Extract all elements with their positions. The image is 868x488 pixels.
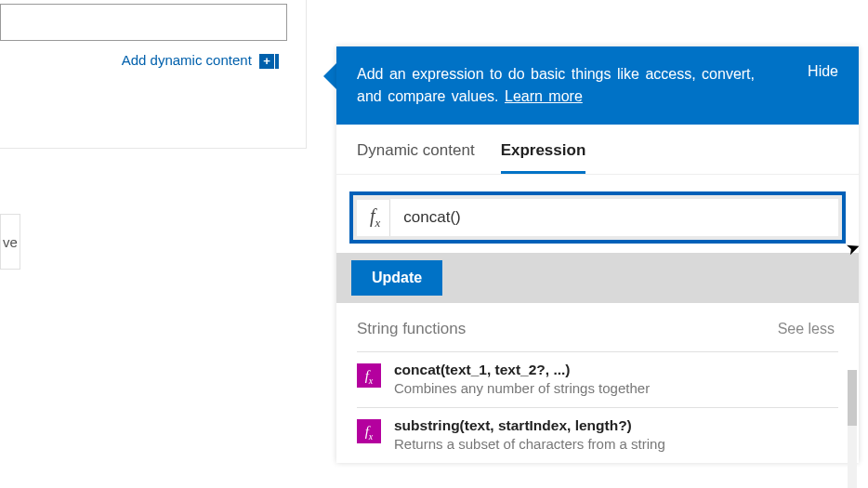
expression-input-row: fx	[349, 191, 846, 244]
left-text-input[interactable]	[0, 4, 287, 41]
tab-bar: Dynamic content Expression	[336, 125, 859, 175]
add-dynamic-content-link[interactable]: Add dynamic content +	[0, 52, 279, 69]
function-section-header: String functions See less	[336, 303, 859, 351]
hide-button[interactable]: Hide	[808, 63, 838, 80]
update-button[interactable]: Update	[351, 260, 442, 296]
function-section-title: String functions	[357, 320, 466, 338]
popup-header: Add an expression to do basic things lik…	[336, 46, 859, 125]
function-item-substring[interactable]: fx substring(text, startIndex, length?) …	[357, 407, 838, 463]
fx-badge-icon: fx	[357, 363, 381, 388]
expression-input[interactable]	[390, 199, 838, 236]
function-description: Combines any number of strings together	[394, 380, 650, 396]
function-section: String functions See less fx concat(text…	[336, 303, 859, 463]
accent-bar	[275, 54, 279, 69]
callout-arrow-icon	[323, 63, 336, 89]
see-less-toggle[interactable]: See less	[778, 321, 835, 337]
add-dynamic-content-label: Add dynamic content	[122, 52, 252, 68]
popup-header-text: Add an expression to do basic things lik…	[357, 63, 766, 108]
learn-more-link[interactable]: Learn more	[505, 88, 583, 104]
function-list: fx concat(text_1, text_2?, ...) Combines…	[336, 351, 859, 463]
save-button-fragment[interactable]: ve	[0, 214, 20, 270]
expression-popup: Add an expression to do basic things lik…	[336, 46, 859, 463]
function-signature: substring(text, startIndex, length?)	[394, 417, 665, 434]
fx-icon: fx	[357, 200, 390, 236]
function-description: Returns a subset of characters from a st…	[394, 436, 665, 452]
left-form-panel: Add dynamic content +	[0, 0, 307, 149]
function-item-concat[interactable]: fx concat(text_1, text_2?, ...) Combines…	[357, 351, 838, 407]
function-signature: concat(text_1, text_2?, ...)	[394, 362, 650, 378]
tab-expression[interactable]: Expression	[501, 141, 586, 174]
scrollbar-thumb[interactable]	[848, 370, 857, 426]
plus-icon: +	[259, 54, 274, 69]
scrollbar[interactable]	[848, 370, 857, 488]
fx-badge-icon: fx	[357, 419, 381, 443]
tab-dynamic-content[interactable]: Dynamic content	[357, 141, 475, 174]
update-bar: Update	[336, 253, 859, 303]
